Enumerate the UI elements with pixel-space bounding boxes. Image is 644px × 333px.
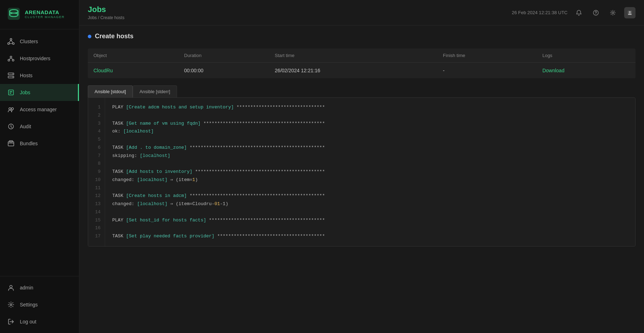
app-name: ARENADATA	[25, 9, 65, 15]
sidebar-item-access-manager[interactable]: Access manager	[0, 101, 79, 118]
svg-line-11	[9, 40, 11, 43]
page-header: Jobs Jobs / Create hosts 26 Feb 2024 12:…	[79, 0, 644, 26]
col-object: Object	[88, 49, 178, 63]
breadcrumb-parent[interactable]: Jobs	[88, 15, 97, 20]
svg-point-35	[595, 14, 596, 15]
sidebar-label-clusters: Clusters	[20, 39, 38, 44]
sidebar-label-admin: admin	[20, 285, 33, 290]
sidebar-bottom: admin Settings Log out	[0, 276, 79, 333]
sidebar-item-logout[interactable]: Log out	[0, 313, 79, 330]
clusters-icon	[7, 38, 15, 45]
sidebar-label-audit: Audit	[20, 124, 31, 129]
sidebar-label-settings: Settings	[20, 302, 38, 307]
header-datetime: 26 Feb 2024 12:21:38 UTC	[512, 10, 568, 15]
sidebar-item-admin[interactable]: admin	[0, 279, 79, 296]
svg-point-16	[12, 60, 14, 61]
bell-icon	[576, 10, 582, 16]
user-avatar-button[interactable]	[624, 7, 636, 18]
app-settings-button[interactable]	[607, 7, 619, 18]
svg-rect-23	[8, 90, 13, 95]
svg-point-21	[12, 74, 13, 74]
hosts-icon	[7, 72, 15, 79]
tab-stdout[interactable]: Ansible [stdout]	[88, 85, 133, 97]
svg-rect-24	[10, 91, 12, 92]
user-icon	[7, 284, 15, 292]
logout-icon	[7, 318, 15, 326]
breadcrumb-current: Create hosts	[100, 15, 124, 20]
finish-time-cell: -	[437, 63, 537, 79]
download-link[interactable]: Download	[542, 68, 564, 73]
svg-point-33	[10, 304, 12, 306]
sidebar-item-jobs[interactable]: Jobs	[0, 84, 79, 101]
svg-point-15	[8, 60, 10, 61]
object-link[interactable]: CloudRu	[93, 68, 113, 73]
col-logs: Logs	[537, 49, 636, 63]
svg-rect-29	[8, 142, 14, 146]
svg-point-9	[8, 43, 10, 45]
log-output: 1 2 3 4 5 6 7 8 9 10 11 12 13 14 15 16 1…	[88, 97, 636, 247]
svg-point-38	[629, 11, 631, 13]
svg-line-12	[11, 40, 13, 43]
page-title: Jobs	[88, 5, 124, 14]
app-subtitle: CLUSTER MANAGER	[25, 15, 65, 19]
jobs-icon	[7, 89, 15, 96]
audit-icon	[7, 123, 15, 130]
col-duration: Duration	[178, 49, 269, 63]
line-numbers: 1 2 3 4 5 6 7 8 9 10 11 12 13 14 15 16 1…	[88, 98, 105, 246]
logo-area: ARENADATA CLUSTER MANAGER	[0, 0, 79, 29]
sidebar-item-clusters[interactable]: Clusters	[0, 33, 79, 50]
svg-line-18	[11, 58, 13, 60]
sidebar-label-logout: Log out	[20, 319, 36, 324]
svg-point-36	[612, 12, 614, 13]
main-nav: Clusters Hostproviders	[0, 29, 79, 276]
content-area: Create hosts Object Duration Start time …	[79, 26, 644, 333]
col-start-time: Start time	[269, 49, 437, 63]
col-finish-time: Finish time	[437, 49, 537, 63]
log-tabs: Ansible [stdout] Ansible [stderr]	[88, 85, 636, 97]
svg-line-17	[9, 58, 11, 60]
jobs-table: Object Duration Start time Finish time L…	[88, 49, 636, 78]
main-area: Jobs Jobs / Create hosts 26 Feb 2024 12:…	[79, 0, 644, 333]
start-time-cell: 26/02/2024 12:21:16	[269, 63, 437, 79]
avatar-icon	[627, 10, 633, 16]
sidebar: ARENADATA CLUSTER MANAGER Clusters	[0, 0, 79, 333]
sidebar-item-hosts[interactable]: Hosts	[0, 67, 79, 84]
svg-rect-25	[10, 93, 11, 94]
table-row: CloudRu 00:00:00 26/02/2024 12:21:16 - D…	[88, 63, 636, 79]
svg-point-32	[10, 286, 12, 288]
gear-icon	[610, 10, 616, 16]
svg-rect-30	[9, 141, 13, 142]
notifications-button[interactable]	[573, 7, 585, 18]
app-logo-icon	[6, 6, 21, 21]
hostproviders-icon	[7, 55, 15, 62]
job-title: Create hosts	[95, 33, 133, 40]
status-dot	[88, 35, 91, 38]
breadcrumb-separator: /	[98, 15, 99, 20]
sidebar-label-access-manager: Access manager	[20, 107, 57, 112]
help-button[interactable]	[590, 7, 602, 18]
tab-stderr[interactable]: Ansible [stderr]	[133, 85, 177, 97]
sidebar-item-bundles[interactable]: Bundles	[0, 135, 79, 152]
svg-point-14	[10, 56, 12, 58]
svg-point-8	[10, 39, 12, 40]
sidebar-item-hostproviders[interactable]: Hostproviders	[0, 50, 79, 67]
sidebar-label-hostproviders: Hostproviders	[20, 56, 50, 61]
sidebar-label-jobs: Jobs	[20, 90, 30, 95]
settings-icon	[7, 301, 15, 309]
svg-point-10	[13, 43, 15, 45]
sidebar-label-bundles: Bundles	[20, 141, 38, 146]
sidebar-item-audit[interactable]: Audit	[0, 118, 79, 135]
sidebar-label-hosts: Hosts	[20, 73, 33, 78]
job-header: Create hosts	[88, 33, 636, 40]
duration-cell: 00:00:00	[178, 63, 269, 79]
breadcrumb: Jobs / Create hosts	[88, 15, 124, 20]
bundles-icon	[7, 140, 15, 147]
svg-point-22	[12, 77, 13, 78]
help-icon	[593, 10, 599, 16]
sidebar-item-settings[interactable]: Settings	[0, 296, 79, 313]
svg-point-26	[9, 108, 11, 110]
access-icon	[7, 106, 15, 113]
log-content: PLAY [Create adcm hosts and setup invent…	[105, 98, 635, 246]
svg-point-27	[11, 108, 13, 110]
